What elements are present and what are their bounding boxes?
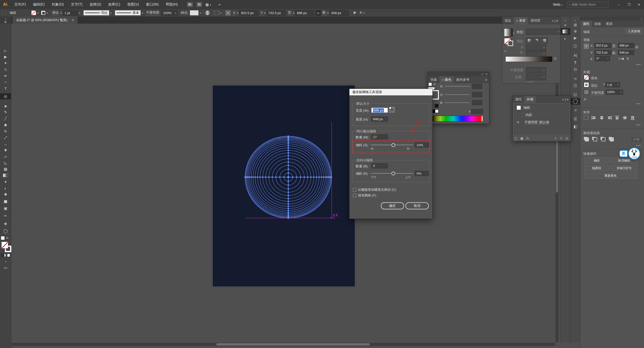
play-actions-icon[interactable]: ▶ xyxy=(570,35,580,41)
color-mode-buttons[interactable] xyxy=(1,254,10,257)
links-panel-icon[interactable]: ∞ xyxy=(570,75,580,82)
opentype-panel-icon[interactable]: O xyxy=(570,66,580,72)
lasso-tool[interactable]: ∿ xyxy=(0,66,11,72)
panel-menu-icon[interactable]: ≡ xyxy=(483,76,489,83)
recolor-button[interactable]: 重新着色 xyxy=(584,173,637,179)
y-field[interactable]: 732.5 px xyxy=(594,50,612,55)
menu-view[interactable]: 视图(V) xyxy=(124,2,143,7)
stroke-swatch[interactable] xyxy=(584,82,589,87)
brush-definition-arrow[interactable]: ▾ xyxy=(142,12,143,14)
paragraph-panel-icon[interactable]: ¶ xyxy=(570,59,580,65)
style-arrow[interactable]: ▾ xyxy=(200,12,201,14)
cancel-button[interactable]: 取消 xyxy=(406,202,429,209)
link-dimensions-icon[interactable]: ∞ xyxy=(316,10,320,16)
height-field[interactable]: 648 px xyxy=(330,10,349,16)
reference-point-selector[interactable] xyxy=(226,11,230,15)
stroke-across-icon[interactable] xyxy=(541,37,548,44)
x-field[interactable]: 602.5 px xyxy=(594,43,612,48)
menu-object[interactable]: 对象(O) xyxy=(48,2,67,7)
pathfinder-panel-icon[interactable]: ◧ xyxy=(570,123,580,130)
menu-edit[interactable]: 编辑(E) xyxy=(29,2,48,7)
expand-button[interactable]: 扩展 xyxy=(631,136,642,142)
opacity-field[interactable]: 100%› xyxy=(606,90,623,95)
align-left-icon[interactable] xyxy=(592,116,596,120)
trash-icon[interactable]: 🗑 xyxy=(565,136,569,140)
tab-gradient[interactable]: ◇渐变 xyxy=(514,17,528,24)
flip-horizontal-icon[interactable]: ▷◀ xyxy=(619,57,624,60)
stroke-weight-dropdown[interactable]: 1 pt˅ xyxy=(606,82,620,87)
panel-right-icons[interactable]: » | ≡ xyxy=(560,96,571,103)
tab-transparency[interactable]: 透明度 xyxy=(528,17,543,24)
fx-icon[interactable]: fx. xyxy=(527,136,530,140)
radial-count-input[interactable]: 0 xyxy=(371,163,388,168)
share-icon[interactable]: ➣ xyxy=(215,3,225,7)
radial-skew-slider[interactable] xyxy=(371,173,413,174)
x-field[interactable]: 602.5 px xyxy=(239,10,258,16)
flip-vertical-icon[interactable]: ⧖ xyxy=(627,57,629,61)
stroke-within-icon[interactable] xyxy=(526,37,533,44)
reference-point-selector[interactable] xyxy=(584,44,589,49)
stroke-along-icon[interactable] xyxy=(534,37,540,44)
export-panel-icon[interactable]: ↗ xyxy=(570,107,580,114)
rectangle-tool[interactable]: ■ xyxy=(0,103,11,109)
pen-tool[interactable]: ✒ xyxy=(0,73,11,79)
r-value-input[interactable] xyxy=(472,84,482,89)
hex-input[interactable] xyxy=(471,109,483,114)
tab-stroke[interactable]: 描边 xyxy=(502,17,514,24)
concentric-count-input[interactable]: 17 xyxy=(371,134,388,139)
transform-icon[interactable]: ✥ xyxy=(353,11,356,15)
minus-front-icon[interactable] xyxy=(592,137,597,141)
reference-point-icon[interactable] xyxy=(390,107,394,112)
tab-layers[interactable]: 图层 xyxy=(603,21,615,27)
stock-search-input[interactable]: ⌕ 搜索 Adobe Stock xyxy=(567,1,609,8)
eye-icon[interactable]: 👁 xyxy=(516,121,520,124)
fill-color-proxy[interactable] xyxy=(1,242,8,249)
screen-mode-button[interactable]: ▭ xyxy=(0,265,11,271)
artboards-panel-icon[interactable]: ⊞ xyxy=(570,22,580,28)
resize-grip[interactable]: |||||||| xyxy=(527,81,534,83)
horizontal-scrollbar-thumb[interactable] xyxy=(216,343,370,345)
polar-grid-tool[interactable]: ◎ xyxy=(0,93,11,99)
workspace-switcher[interactable]: Web▾ xyxy=(553,3,562,7)
fill-swatch[interactable] xyxy=(31,10,36,15)
tab-properties[interactable]: 属性 xyxy=(580,21,592,27)
r-slider[interactable] xyxy=(445,86,470,87)
rotate-tool[interactable]: ↻ xyxy=(0,128,11,134)
close-button[interactable]: ✕ xyxy=(634,1,644,8)
none-button[interactable] xyxy=(7,254,10,257)
draw-mode-button[interactable]: ◔ xyxy=(0,259,11,265)
arrange-documents-button[interactable]: ▦▾ xyxy=(202,3,215,7)
fx-button[interactable]: fx. xyxy=(584,97,587,101)
brush-definition-dropdown[interactable]: 基本 xyxy=(115,10,141,16)
white-swatch[interactable] xyxy=(435,109,438,113)
angle-dropdown[interactable]: 0°˅ xyxy=(595,56,610,61)
g-value-input[interactable] xyxy=(472,92,482,97)
align-top-icon[interactable] xyxy=(615,116,620,120)
menu-window[interactable]: 窗口(W) xyxy=(142,2,162,7)
w-field[interactable]: 686 px xyxy=(618,43,634,48)
gradient-type-dropdown[interactable]: ˅ xyxy=(526,29,561,35)
toolbar-expand[interactable]: »▥ xyxy=(0,17,11,24)
swap-colors-icon[interactable]: ⇄ xyxy=(433,83,435,85)
recolor-artwork-icon[interactable] xyxy=(205,11,210,15)
artboard-tool[interactable]: ▣ xyxy=(0,205,11,211)
gradient-location-dropdown[interactable]: ˅ xyxy=(526,74,546,80)
more-options-icon[interactable]: ••• xyxy=(636,63,641,66)
curvature-tool[interactable]: ∽ xyxy=(0,79,11,85)
close-document-icon[interactable]: ✕ xyxy=(71,18,74,22)
tool-options-button[interactable]: 工具选项 xyxy=(626,28,642,34)
new-stroke-icon[interactable]: ▢ xyxy=(514,136,517,140)
collapse-icon[interactable]: « xyxy=(481,73,483,75)
width-label[interactable]: 宽: xyxy=(288,10,292,15)
symbols-panel-icon[interactable]: ◫ xyxy=(570,82,580,89)
stroke-weight-label[interactable]: 描边: xyxy=(52,10,60,15)
more-options-icon[interactable]: ••• xyxy=(636,102,641,106)
restore-button[interactable]: ❐ xyxy=(624,1,634,8)
fill-swatch-arrow[interactable]: ▾ xyxy=(37,12,38,14)
last-color-swatch[interactable] xyxy=(435,104,438,108)
opacity-label[interactable]: 不透明度 xyxy=(591,91,604,95)
mini-fill-stroke-icon[interactable] xyxy=(1,236,5,240)
shape-builder-tool[interactable]: ▱ xyxy=(0,153,11,160)
menu-select[interactable]: 选择(S) xyxy=(86,2,105,7)
g-slider[interactable] xyxy=(445,94,470,95)
